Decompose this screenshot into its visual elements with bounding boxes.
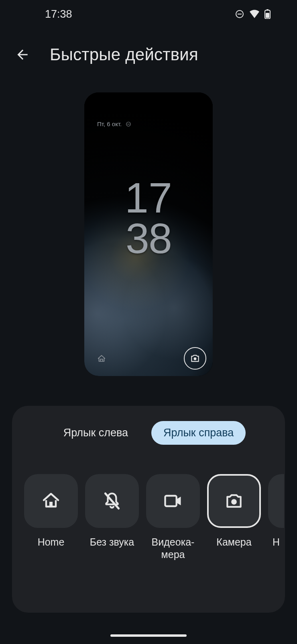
svg-rect-10	[165, 496, 177, 506]
wifi-icon	[249, 10, 260, 18]
dnd-mini-icon	[126, 121, 131, 127]
clock-minutes: 38	[125, 218, 172, 259]
lockscreen-preview: Пт, 6 окт. 17 38	[84, 92, 213, 376]
back-button[interactable]	[13, 45, 32, 64]
dnd-icon	[235, 9, 244, 19]
svg-point-11	[231, 499, 237, 505]
clock-hours: 17	[125, 178, 172, 218]
lock-shortcut-right	[184, 347, 206, 370]
status-time: 17:38	[18, 8, 72, 20]
shortcut-tile-home[interactable]	[24, 474, 78, 528]
videocam-icon	[163, 491, 183, 511]
lock-date-text: Пт, 6 окт.	[97, 121, 122, 127]
tab-left-shortcut[interactable]: Ярлык слева	[51, 421, 140, 445]
tab-right-shortcut[interactable]: Ярлык справа	[151, 421, 246, 445]
shortcut-tile-video[interactable]	[146, 474, 200, 528]
lock-clock: 17 38	[125, 178, 172, 258]
svg-rect-8	[49, 502, 53, 507]
status-bar: 17:38	[0, 0, 297, 28]
lock-date: Пт, 6 окт.	[97, 121, 131, 127]
shortcut-label: Без звука	[82, 536, 142, 548]
shortcut-list[interactable]: Home Без звука Видеока­мера	[12, 474, 285, 561]
shortcut-label: Н	[246, 536, 285, 548]
gesture-bar[interactable]	[110, 634, 187, 637]
shortcut-home: Home	[24, 474, 78, 561]
bell-off-icon	[102, 491, 122, 511]
arrow-left-icon	[15, 47, 30, 62]
svg-rect-4	[266, 13, 269, 18]
shortcut-mute: Без звука	[85, 474, 139, 561]
camera-icon	[190, 353, 200, 364]
shortcut-sheet: Ярлык слева Ярлык справа Home Б	[12, 406, 285, 613]
svg-point-7	[194, 358, 197, 360]
page-title: Быстрые действия	[50, 45, 198, 64]
shortcut-tile-camera[interactable]	[207, 474, 261, 528]
battery-icon	[264, 9, 271, 19]
shortcut-tile-next[interactable]	[268, 474, 284, 528]
lock-shortcut-left	[96, 353, 108, 365]
shortcut-label: Видеока­мера	[143, 536, 203, 561]
shortcut-tile-mute[interactable]	[85, 474, 139, 528]
tab-row: Ярлык слева Ярлык справа	[12, 421, 285, 445]
home-icon	[97, 354, 106, 363]
home-icon	[41, 491, 61, 511]
shortcut-next: Н	[268, 474, 284, 561]
header: Быстрые действия	[0, 45, 297, 64]
shortcut-label: Home	[21, 536, 81, 548]
status-icons	[235, 9, 279, 19]
camera-icon	[224, 491, 244, 511]
shortcut-video: Видеока­мера	[146, 474, 200, 561]
